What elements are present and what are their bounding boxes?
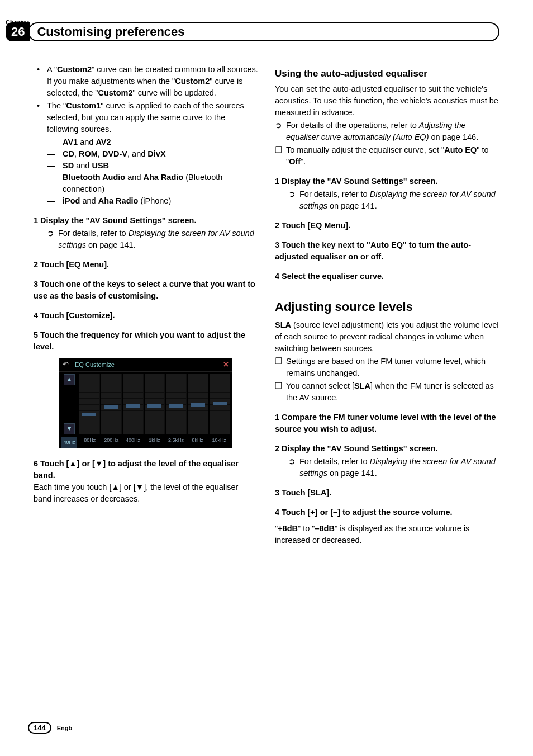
left-step-6-body: Each time you touch [▲] or [▼], the leve… <box>34 481 258 505</box>
bullet-custom1: • The "Custom1" curve is applied to each… <box>34 100 258 135</box>
sub-ipod: — iPod and Aha Radio (iPhone) <box>34 195 258 207</box>
left-step-3: 3 Touch one of the keys to select a curv… <box>34 278 258 302</box>
eq-down-button[interactable]: ▼ <box>64 423 75 434</box>
text: You cannot select [ <box>286 381 354 390</box>
text-bold: Aha Radio <box>98 196 139 205</box>
eq-back-icon[interactable]: ↶ <box>63 360 75 370</box>
text: , <box>74 149 79 158</box>
text-bold: Auto EQ <box>444 145 477 154</box>
text-bold: USB <box>92 161 109 170</box>
arrow-icon: ➲ <box>288 188 299 212</box>
text-bold: SD <box>63 161 74 170</box>
text: ". <box>301 157 306 166</box>
text: " to " <box>298 524 315 533</box>
text-bold: SLA <box>275 320 291 329</box>
text-bold: Aha Radio <box>143 173 183 182</box>
text-bold: AV2 <box>96 138 111 147</box>
dash-icon: — <box>47 172 63 195</box>
right-b-step-2: 2 Display the "AV Sound Settings" screen… <box>275 443 499 455</box>
text-bold: Off <box>289 157 301 166</box>
step-heading: 4 Touch [Customize]. <box>34 311 115 320</box>
eq-up-button[interactable]: ▲ <box>64 374 75 385</box>
text-bold: Bluetooth Audio <box>63 173 125 182</box>
square-icon: ❐ <box>275 380 286 404</box>
text: For details, refer to <box>299 190 370 199</box>
text: To manually adjust the equaliser curve, … <box>286 145 444 154</box>
eq-label[interactable]: 80Hz <box>79 437 101 448</box>
eq-label[interactable]: 1kHz <box>144 437 166 448</box>
text: , <box>98 149 102 158</box>
text: on page 146. <box>429 133 478 141</box>
step-heading: 3 Touch [SLA]. <box>275 488 331 497</box>
text: (iPhone) <box>138 196 171 205</box>
text: on page 141. <box>327 469 377 478</box>
eq-selected-freq[interactable]: 40Hz <box>61 437 77 448</box>
text: and <box>125 173 143 182</box>
eq-freq-labels: 80Hz 200Hz 400Hz 1kHz 2.5kHz 8kHz 10kHz <box>79 437 230 448</box>
text-bold: +8dB <box>278 524 298 533</box>
dash-icon: — <box>47 136 63 148</box>
text: on page 141. <box>86 240 136 249</box>
left-step1-ref: ➲ For details, refer to Displaying the s… <box>34 228 258 251</box>
sub-av: — AV1 and AV2 <box>34 136 258 148</box>
text: (source level adjustment) lets you adjus… <box>275 320 499 353</box>
text: and <box>74 161 92 170</box>
text-bold: DivX <box>147 149 165 158</box>
eq-label[interactable]: 400Hz <box>122 437 144 448</box>
right-b-step2-ref: ➲ For details, refer to Displaying the s… <box>275 456 499 479</box>
text-bold: ROM <box>79 149 98 158</box>
text: For details of the operations, refer to <box>286 121 419 130</box>
text-bold: DVD-V <box>102 149 127 158</box>
text: Settings are based on the FM tuner volum… <box>286 356 499 379</box>
right-column: Using the auto-adjusted equaliser You ca… <box>275 64 499 546</box>
right-a-step1-ref: ➲ For details, refer to Displaying the s… <box>275 188 499 212</box>
right-a-step-2: 2 Touch [EQ Menu]. <box>275 220 499 231</box>
sub-sd: — SD and USB <box>34 160 258 172</box>
heading-auto-eq: Using the auto-adjusted equaliser <box>275 67 499 81</box>
eq-label[interactable]: 8kHz <box>187 437 209 448</box>
left-step-5: 5 Touch the frequency for which you want… <box>34 329 258 353</box>
page-language: Engb <box>57 725 73 731</box>
square-icon: ❐ <box>275 356 286 379</box>
text-bold: iPod <box>63 196 80 205</box>
step-heading: 1 Display the "AV Sound Settings" screen… <box>34 216 196 225</box>
sub-cd: — CD, ROM, DVD-V, and DivX <box>34 148 258 160</box>
right-a-step-1: 1 Display the "AV Sound Settings" screen… <box>275 176 499 187</box>
square-icon: ❐ <box>275 144 286 168</box>
right-a-step-4: 4 Select the equaliser curve. <box>275 271 499 282</box>
eq-label[interactable]: 2.5kHz <box>165 437 187 448</box>
step-heading: 1 Compare the FM tuner volume level with… <box>275 413 496 433</box>
arrow-icon: ➲ <box>275 120 286 143</box>
sla-note-2: ❐ You cannot select [SLA] when the FM tu… <box>275 380 499 404</box>
right-a-step-3: 3 Touch the key next to "Auto EQ" to tur… <box>275 239 499 263</box>
step-heading: 4 Select the equaliser curve. <box>275 272 384 281</box>
left-step-6: 6 Touch [▲] or [▼] to adjust the level o… <box>34 458 258 481</box>
eq-close-icon[interactable]: ✕ <box>220 360 229 370</box>
chapter-title: Customising preferences <box>37 25 184 39</box>
right-b-step-1: 1 Compare the FM tuner volume level with… <box>275 412 499 435</box>
auto-eq-note: ❐ To manually adjust the equaliser curve… <box>275 144 499 168</box>
dash-icon: — <box>47 195 63 207</box>
heading-source-levels: Adjusting source levels <box>275 298 499 316</box>
auto-eq-intro: You can set the auto-adjusted equaliser … <box>275 83 499 119</box>
text-bold: SLA <box>354 381 370 390</box>
arrow-icon: ➲ <box>47 228 58 251</box>
left-step-1: 1 Display the "AV Sound Settings" screen… <box>34 215 258 226</box>
bullet-custom2: • A "Custom2" curve can be created commo… <box>34 64 258 99</box>
dash-icon: — <box>47 160 63 172</box>
text: , and <box>127 149 147 158</box>
eq-label[interactable]: 200Hz <box>101 437 123 448</box>
right-b-step-4: 4 Touch [+] or [–] to adjust the source … <box>275 507 499 518</box>
step-heading: 6 Touch [▲] or [▼] to adjust the level o… <box>34 459 239 480</box>
text: and <box>80 196 98 205</box>
dash-icon: — <box>47 148 63 160</box>
chapter-label: Chapter <box>6 19 29 26</box>
auto-eq-ref: ➲ For details of the operations, refer t… <box>275 120 499 143</box>
eq-title: EQ Customize <box>75 361 220 370</box>
text: The " <box>47 101 66 110</box>
step-heading: 4 Touch [+] or [–] to adjust the source … <box>275 508 453 517</box>
eq-label[interactable]: 10kHz <box>208 437 230 448</box>
text: on page 141. <box>327 201 377 210</box>
text-bold: Custom2 <box>98 88 132 97</box>
text: A " <box>47 65 57 74</box>
